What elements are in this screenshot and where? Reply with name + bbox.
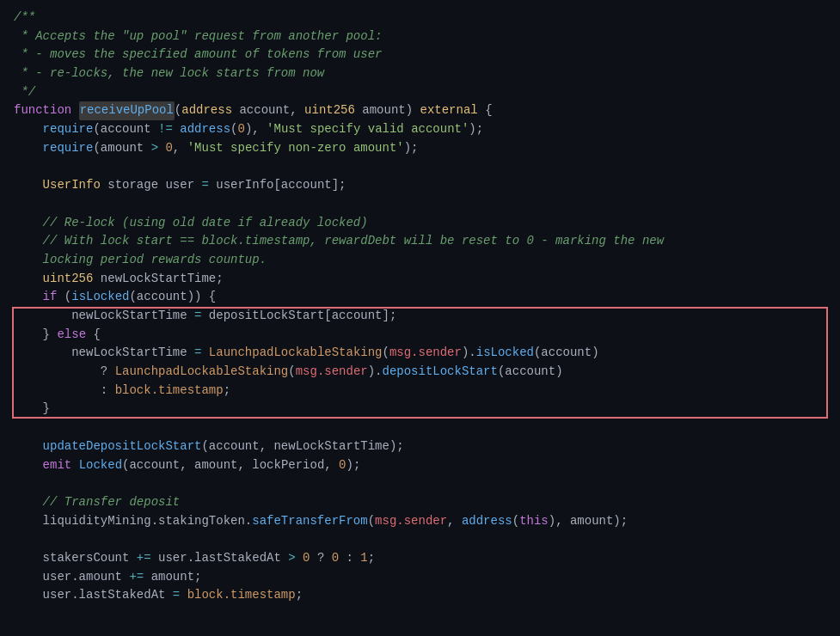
line-26: [0, 474, 840, 493]
highlighted-region: newLockStartTime = depositLockStart[acco…: [0, 307, 840, 419]
line-32: user.lastStakedAt = block.timestamp;: [0, 586, 840, 605]
line-13: // With lock start == block.timestamp, r…: [0, 232, 840, 251]
line-16: if (isLocked(account)) {: [0, 288, 840, 307]
line-11: [0, 195, 840, 214]
line-9: [0, 158, 840, 177]
line-12: // Re-lock (using old date if already lo…: [0, 214, 840, 233]
line-27: // Transfer deposit: [0, 493, 840, 512]
line-8: require(amount > 0, 'Must specify non-ze…: [0, 139, 840, 158]
line-3: * - moves the specified amount of tokens…: [0, 46, 840, 64]
line-15: uint256 newLockStartTime;: [0, 270, 840, 289]
line-22: }: [0, 400, 840, 419]
line-1: /**: [0, 9, 840, 28]
line-25: emit Locked(account, amount, lockPeriod,…: [0, 456, 840, 475]
line-30: stakersCount += user.lastStakedAt > 0 ? …: [0, 549, 840, 568]
line-31: user.amount += amount;: [0, 568, 840, 587]
line-23: [0, 419, 840, 437]
line-2: * Accepts the "up pool" request from ano…: [0, 28, 840, 46]
line-4: * - re-locks, the new lock starts from n…: [0, 64, 840, 83]
line-10: UserInfo storage user = userInfo[account…: [0, 176, 840, 195]
line-19: newLockStartTime = LaunchpadLockableStak…: [0, 344, 840, 363]
line-7: require(account != address(0), 'Must spe…: [0, 120, 840, 139]
line-29: [0, 530, 840, 549]
line-14: locking period rewards countup.: [0, 251, 840, 270]
line-24: updateDepositLockStart(account, newLockS…: [0, 437, 840, 456]
line-5: */: [0, 83, 840, 102]
line-20: ? LaunchpadLockableStaking(msg.sender).d…: [0, 363, 840, 382]
line-21: : block.timestamp;: [0, 382, 840, 401]
code-editor: /** * Accepts the "up pool" request from…: [0, 0, 840, 614]
line-17: newLockStartTime = depositLockStart[acco…: [0, 307, 840, 326]
line-28: liquidityMining.stakingToken.safeTransfe…: [0, 512, 840, 531]
line-6: function receiveUpPool(address account, …: [0, 101, 840, 120]
line-18: } else {: [0, 326, 840, 345]
